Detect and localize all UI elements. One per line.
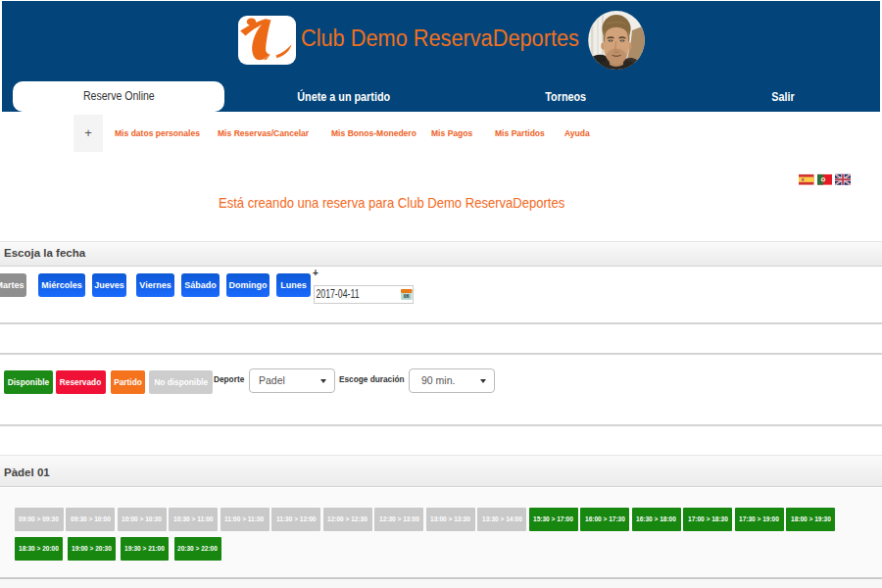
svg-text:06: 06 — [404, 294, 410, 299]
